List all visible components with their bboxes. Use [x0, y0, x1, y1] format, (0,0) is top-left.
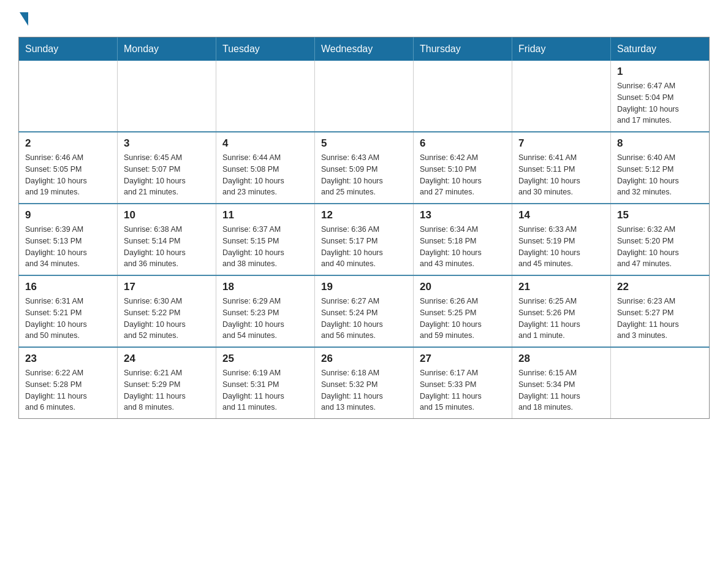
day-number: 26 — [321, 353, 407, 365]
day-info: Sunrise: 6:41 AM Sunset: 5:11 PM Dayligh… — [518, 152, 604, 198]
day-number: 13 — [420, 209, 506, 221]
day-info: Sunrise: 6:33 AM Sunset: 5:19 PM Dayligh… — [518, 224, 604, 270]
calendar-cell: 10Sunrise: 6:38 AM Sunset: 5:14 PM Dayli… — [118, 204, 216, 275]
day-info: Sunrise: 6:45 AM Sunset: 5:07 PM Dayligh… — [124, 152, 210, 198]
calendar-cell: 23Sunrise: 6:22 AM Sunset: 5:28 PM Dayli… — [19, 347, 118, 419]
logo-triangle-icon — [20, 12, 28, 26]
weekday-header-tuesday: Tuesday — [216, 37, 315, 61]
calendar-week-row: 2Sunrise: 6:46 AM Sunset: 5:05 PM Daylig… — [19, 132, 710, 204]
day-number: 10 — [124, 209, 210, 221]
day-info: Sunrise: 6:26 AM Sunset: 5:25 PM Dayligh… — [420, 296, 506, 342]
calendar-cell: 5Sunrise: 6:43 AM Sunset: 5:09 PM Daylig… — [315, 132, 414, 204]
weekday-header-wednesday: Wednesday — [315, 37, 414, 61]
calendar-cell: 2Sunrise: 6:46 AM Sunset: 5:05 PM Daylig… — [19, 132, 118, 204]
calendar-cell: 26Sunrise: 6:18 AM Sunset: 5:32 PM Dayli… — [315, 347, 414, 419]
day-number: 24 — [124, 353, 210, 365]
calendar-cell: 7Sunrise: 6:41 AM Sunset: 5:11 PM Daylig… — [512, 132, 611, 204]
day-number: 19 — [321, 281, 407, 293]
day-number: 20 — [420, 281, 506, 293]
day-number: 4 — [222, 137, 308, 150]
weekday-header-thursday: Thursday — [414, 37, 512, 61]
day-info: Sunrise: 6:19 AM Sunset: 5:31 PM Dayligh… — [222, 367, 308, 413]
calendar-cell: 9Sunrise: 6:39 AM Sunset: 5:13 PM Daylig… — [19, 204, 118, 275]
calendar-week-row: 16Sunrise: 6:31 AM Sunset: 5:21 PM Dayli… — [19, 275, 710, 347]
day-number: 11 — [222, 209, 308, 221]
day-info: Sunrise: 6:46 AM Sunset: 5:05 PM Dayligh… — [25, 152, 111, 198]
calendar-cell: 1Sunrise: 6:47 AM Sunset: 5:04 PM Daylig… — [611, 61, 710, 132]
calendar-cell: 13Sunrise: 6:34 AM Sunset: 5:18 PM Dayli… — [414, 204, 512, 275]
day-info: Sunrise: 6:47 AM Sunset: 5:04 PM Dayligh… — [617, 80, 703, 126]
day-number: 9 — [25, 209, 111, 221]
weekday-header-sunday: Sunday — [19, 37, 118, 61]
day-number: 16 — [25, 281, 111, 293]
calendar-cell — [216, 61, 315, 132]
day-number: 12 — [321, 209, 407, 221]
calendar-cell: 20Sunrise: 6:26 AM Sunset: 5:25 PM Dayli… — [414, 275, 512, 347]
day-info: Sunrise: 6:18 AM Sunset: 5:32 PM Dayligh… — [321, 367, 407, 413]
day-number: 25 — [222, 353, 308, 365]
calendar-cell — [118, 61, 216, 132]
day-info: Sunrise: 6:25 AM Sunset: 5:26 PM Dayligh… — [518, 296, 604, 342]
day-info: Sunrise: 6:40 AM Sunset: 5:12 PM Dayligh… — [617, 152, 703, 198]
day-number: 21 — [518, 281, 604, 293]
calendar-cell: 22Sunrise: 6:23 AM Sunset: 5:27 PM Dayli… — [611, 275, 710, 347]
weekday-header-monday: Monday — [118, 37, 216, 61]
day-number: 14 — [518, 209, 604, 221]
day-info: Sunrise: 6:37 AM Sunset: 5:15 PM Dayligh… — [222, 224, 308, 270]
day-number: 17 — [124, 281, 210, 293]
day-number: 2 — [25, 137, 111, 150]
day-number: 8 — [617, 137, 703, 150]
day-info: Sunrise: 6:30 AM Sunset: 5:22 PM Dayligh… — [124, 296, 210, 342]
calendar-cell: 28Sunrise: 6:15 AM Sunset: 5:34 PM Dayli… — [512, 347, 611, 419]
day-info: Sunrise: 6:22 AM Sunset: 5:28 PM Dayligh… — [25, 367, 111, 413]
day-info: Sunrise: 6:44 AM Sunset: 5:08 PM Dayligh… — [222, 152, 308, 198]
day-number: 28 — [518, 353, 604, 365]
day-info: Sunrise: 6:17 AM Sunset: 5:33 PM Dayligh… — [420, 367, 506, 413]
calendar-cell — [512, 61, 611, 132]
calendar-cell: 19Sunrise: 6:27 AM Sunset: 5:24 PM Dayli… — [315, 275, 414, 347]
weekday-header-saturday: Saturday — [611, 37, 710, 61]
calendar-cell — [19, 61, 118, 132]
calendar-cell: 14Sunrise: 6:33 AM Sunset: 5:19 PM Dayli… — [512, 204, 611, 275]
calendar-cell: 16Sunrise: 6:31 AM Sunset: 5:21 PM Dayli… — [19, 275, 118, 347]
calendar-cell: 8Sunrise: 6:40 AM Sunset: 5:12 PM Daylig… — [611, 132, 710, 204]
day-info: Sunrise: 6:15 AM Sunset: 5:34 PM Dayligh… — [518, 367, 604, 413]
day-number: 23 — [25, 353, 111, 365]
day-number: 27 — [420, 353, 506, 365]
calendar-cell — [414, 61, 512, 132]
day-info: Sunrise: 6:39 AM Sunset: 5:13 PM Dayligh… — [25, 224, 111, 270]
calendar-cell: 11Sunrise: 6:37 AM Sunset: 5:15 PM Dayli… — [216, 204, 315, 275]
calendar-cell: 4Sunrise: 6:44 AM Sunset: 5:08 PM Daylig… — [216, 132, 315, 204]
day-info: Sunrise: 6:29 AM Sunset: 5:23 PM Dayligh… — [222, 296, 308, 342]
calendar-cell: 18Sunrise: 6:29 AM Sunset: 5:23 PM Dayli… — [216, 275, 315, 347]
calendar-table: SundayMondayTuesdayWednesdayThursdayFrid… — [18, 37, 710, 419]
day-number: 22 — [617, 281, 703, 293]
day-number: 3 — [124, 137, 210, 150]
day-info: Sunrise: 6:27 AM Sunset: 5:24 PM Dayligh… — [321, 296, 407, 342]
day-number: 7 — [518, 137, 604, 150]
day-info: Sunrise: 6:32 AM Sunset: 5:20 PM Dayligh… — [617, 224, 703, 270]
calendar-cell: 17Sunrise: 6:30 AM Sunset: 5:22 PM Dayli… — [118, 275, 216, 347]
day-number: 6 — [420, 137, 506, 150]
day-number: 5 — [321, 137, 407, 150]
page-header — [18, 12, 710, 25]
day-info: Sunrise: 6:31 AM Sunset: 5:21 PM Dayligh… — [25, 296, 111, 342]
day-info: Sunrise: 6:34 AM Sunset: 5:18 PM Dayligh… — [420, 224, 506, 270]
calendar-cell: 3Sunrise: 6:45 AM Sunset: 5:07 PM Daylig… — [118, 132, 216, 204]
calendar-cell — [611, 347, 710, 419]
calendar-cell: 25Sunrise: 6:19 AM Sunset: 5:31 PM Dayli… — [216, 347, 315, 419]
logo — [18, 12, 28, 25]
calendar-week-row: 9Sunrise: 6:39 AM Sunset: 5:13 PM Daylig… — [19, 204, 710, 275]
calendar-cell: 6Sunrise: 6:42 AM Sunset: 5:10 PM Daylig… — [414, 132, 512, 204]
weekday-header-row: SundayMondayTuesdayWednesdayThursdayFrid… — [19, 37, 710, 61]
day-info: Sunrise: 6:43 AM Sunset: 5:09 PM Dayligh… — [321, 152, 407, 198]
calendar-cell: 21Sunrise: 6:25 AM Sunset: 5:26 PM Dayli… — [512, 275, 611, 347]
calendar-cell — [315, 61, 414, 132]
day-info: Sunrise: 6:36 AM Sunset: 5:17 PM Dayligh… — [321, 224, 407, 270]
calendar-cell: 15Sunrise: 6:32 AM Sunset: 5:20 PM Dayli… — [611, 204, 710, 275]
day-info: Sunrise: 6:23 AM Sunset: 5:27 PM Dayligh… — [617, 296, 703, 342]
day-number: 18 — [222, 281, 308, 293]
day-number: 1 — [617, 66, 703, 78]
calendar-cell: 12Sunrise: 6:36 AM Sunset: 5:17 PM Dayli… — [315, 204, 414, 275]
day-info: Sunrise: 6:42 AM Sunset: 5:10 PM Dayligh… — [420, 152, 506, 198]
